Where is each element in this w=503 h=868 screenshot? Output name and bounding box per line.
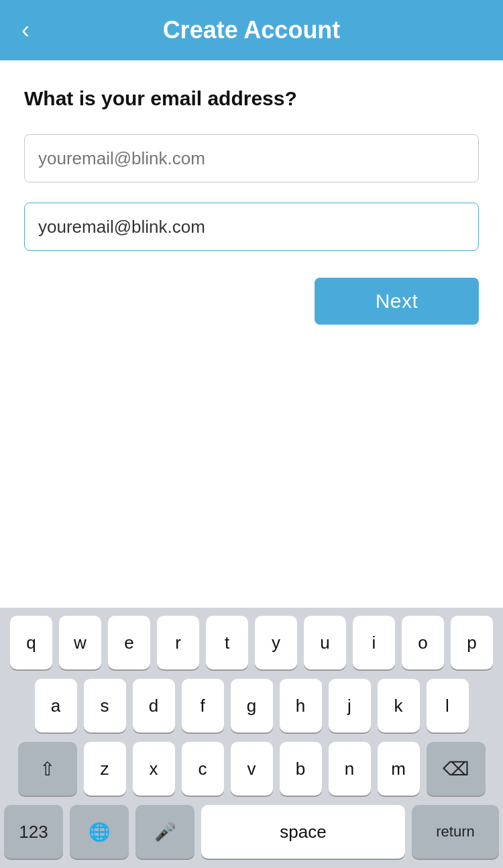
key-e[interactable]: e bbox=[108, 616, 150, 669]
next-button-row: Next bbox=[24, 278, 479, 325]
header: ‹ Create Account bbox=[0, 0, 503, 60]
key-o[interactable]: o bbox=[402, 616, 444, 669]
email-confirm-input[interactable] bbox=[24, 203, 479, 251]
keyboard: q w e r t y u i o p a s d f g h j k l ⇧ … bbox=[0, 608, 503, 868]
key-z[interactable]: z bbox=[84, 742, 126, 796]
key-k[interactable]: k bbox=[378, 679, 420, 733]
keyboard-row-3: ⇧ z x c v b n m ⌫ bbox=[4, 742, 499, 796]
key-t[interactable]: t bbox=[206, 616, 248, 669]
key-c[interactable]: c bbox=[182, 742, 224, 796]
mic-key[interactable]: 🎤 bbox=[135, 805, 194, 859]
backspace-icon: ⌫ bbox=[443, 758, 469, 780]
key-a[interactable]: a bbox=[35, 679, 77, 733]
key-q[interactable]: q bbox=[10, 616, 52, 669]
backspace-key[interactable]: ⌫ bbox=[427, 742, 486, 796]
key-n[interactable]: n bbox=[329, 742, 371, 796]
key-y[interactable]: y bbox=[255, 616, 297, 669]
key-u[interactable]: u bbox=[304, 616, 346, 669]
key-x[interactable]: x bbox=[133, 742, 175, 796]
keyboard-row-1: q w e r t y u i o p bbox=[4, 616, 499, 669]
globe-key[interactable]: 🌐 bbox=[70, 805, 129, 859]
globe-icon: 🌐 bbox=[89, 822, 110, 843]
email-question-label: What is your email address? bbox=[24, 87, 479, 110]
shift-key[interactable]: ⇧ bbox=[18, 742, 77, 796]
numbers-key[interactable]: 123 bbox=[4, 805, 63, 859]
shift-icon: ⇧ bbox=[40, 758, 55, 780]
key-w[interactable]: w bbox=[59, 616, 101, 669]
key-s[interactable]: s bbox=[84, 679, 126, 733]
back-button[interactable]: ‹ bbox=[16, 13, 35, 48]
content-area: What is your email address? Next bbox=[0, 60, 503, 608]
key-m[interactable]: m bbox=[378, 742, 420, 796]
key-d[interactable]: d bbox=[133, 679, 175, 733]
return-key[interactable]: return bbox=[412, 805, 499, 859]
key-l[interactable]: l bbox=[427, 679, 469, 733]
key-r[interactable]: r bbox=[157, 616, 199, 669]
next-button[interactable]: Next bbox=[315, 278, 479, 325]
key-h[interactable]: h bbox=[280, 679, 322, 733]
keyboard-row-4: 123 🌐 🎤 space return bbox=[4, 805, 499, 859]
key-f[interactable]: f bbox=[182, 679, 224, 733]
email-input[interactable] bbox=[24, 134, 479, 182]
key-i[interactable]: i bbox=[353, 616, 395, 669]
mic-icon: 🎤 bbox=[154, 822, 176, 843]
key-b[interactable]: b bbox=[280, 742, 322, 796]
keyboard-row-2: a s d f g h j k l bbox=[4, 679, 499, 733]
key-p[interactable]: p bbox=[451, 616, 493, 669]
space-key[interactable]: space bbox=[201, 805, 405, 859]
key-g[interactable]: g bbox=[231, 679, 273, 733]
key-v[interactable]: v bbox=[231, 742, 273, 796]
header-title: Create Account bbox=[163, 16, 341, 44]
key-j[interactable]: j bbox=[329, 679, 371, 733]
